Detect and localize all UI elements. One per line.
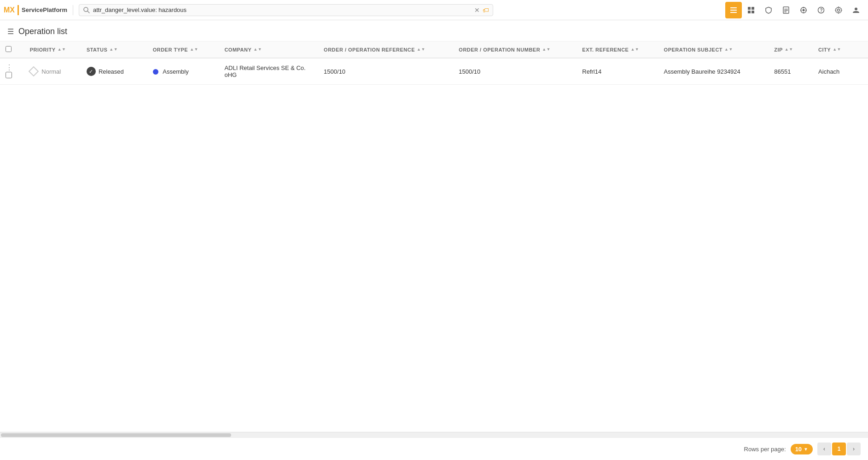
table-header-row: PRIORITY ▲▼ STATUS ▲▼ ORDER TYPE ▲ <box>0 41 868 58</box>
row-op-subject-cell: Assembly Baureihe 9234924 <box>658 58 769 85</box>
svg-rect-3 <box>730 10 737 11</box>
col-header-checkbox <box>0 41 24 58</box>
rows-per-page-value: 10 <box>795 446 802 453</box>
row-company-cell: ADLI Retail Services SE & Co. oHG <box>219 58 318 85</box>
svg-point-14 <box>803 9 805 11</box>
row-order-type-cell: Assembly <box>147 58 219 85</box>
priority-value: Normal <box>41 68 61 75</box>
table-body: ⋮ Normal ✓ Released Assembly ADLI Retail… <box>0 58 868 85</box>
rows-per-page-selector[interactable]: 10 ▼ <box>791 444 813 454</box>
op-subject-value: Assembly Baureihe 9234924 <box>664 68 740 75</box>
op-ref-value: 1500/10 <box>324 68 345 75</box>
operation-list-table: PRIORITY ▲▼ STATUS ▲▼ ORDER TYPE ▲ <box>0 41 868 85</box>
op-subject-sort-icon[interactable]: ▲▼ <box>724 48 733 51</box>
col-header-op-num[interactable]: ORDER / OPERATION NUMBER ▲▼ <box>453 41 577 58</box>
col-header-city[interactable]: CITY ▲▼ <box>813 41 868 58</box>
row-city-cell: Aichach <box>813 58 868 85</box>
svg-line-1 <box>87 11 89 13</box>
col-header-company[interactable]: COMPANY ▲▼ <box>219 41 318 58</box>
order-type-value: Assembly <box>163 68 188 75</box>
status-badge: ✓ Released <box>87 67 124 76</box>
col-header-op-ref[interactable]: ORDER / OPERATION REFERENCE ▲▼ <box>318 41 453 58</box>
city-sort-icon[interactable]: ▲▼ <box>833 48 841 51</box>
op-ref-sort-icon[interactable]: ▲▼ <box>417 48 425 51</box>
table-row: ⋮ Normal ✓ Released Assembly ADLI Retail… <box>0 58 868 85</box>
svg-rect-2 <box>730 7 737 8</box>
zip-value: 86551 <box>774 68 791 75</box>
select-all-checkbox[interactable] <box>6 46 12 52</box>
row-zip-cell: 86551 <box>769 58 813 85</box>
zip-sort-icon[interactable]: ▲▼ <box>785 48 793 51</box>
company-sort-icon[interactable]: ▲▼ <box>253 48 262 51</box>
horizontal-scrollbar[interactable] <box>0 432 868 437</box>
svg-rect-11 <box>784 10 788 11</box>
status-value: Released <box>99 68 124 75</box>
ext-ref-sort-icon[interactable]: ▲▼ <box>630 48 639 51</box>
svg-rect-7 <box>748 11 751 13</box>
status-check-icon: ✓ <box>87 67 96 76</box>
row-context-menu-icon[interactable]: ⋮ <box>6 64 15 71</box>
status-sort-icon[interactable]: ▲▼ <box>109 48 118 51</box>
next-page-button[interactable]: › <box>847 443 861 455</box>
shield-button[interactable] <box>760 2 777 18</box>
document-button[interactable] <box>778 2 794 18</box>
col-header-order-type[interactable]: ORDER TYPE ▲▼ <box>147 41 219 58</box>
order-type-dot-icon <box>153 69 158 75</box>
col-header-zip[interactable]: ZIP ▲▼ <box>769 41 813 58</box>
rows-dropdown-arrow[interactable]: ▼ <box>804 447 808 452</box>
page-title: Operation list <box>18 27 67 36</box>
logo-text: ServicePlatform <box>22 6 67 13</box>
row-select-checkbox[interactable] <box>6 72 12 78</box>
op-num-sort-icon[interactable]: ▲▼ <box>542 48 551 51</box>
prev-page-button[interactable]: ‹ <box>817 443 831 455</box>
topbar-actions: ? <box>725 2 864 18</box>
search-clear-button[interactable]: ✕ <box>474 7 480 13</box>
logo-separator <box>17 5 19 15</box>
company-value: ADLI Retail Services SE & Co. oHG <box>224 64 305 78</box>
row-ext-ref-cell: Refrl14 <box>577 58 658 85</box>
grid-view-button[interactable] <box>743 2 759 18</box>
logo: MX ServicePlatform <box>4 5 73 15</box>
order-type-sort-icon[interactable]: ▲▼ <box>190 48 198 51</box>
ext-ref-value: Refrl14 <box>582 68 601 75</box>
user-button[interactable] <box>848 2 864 18</box>
search-bar: ✕ 🏷 <box>79 4 493 16</box>
logo-mx: MX <box>4 6 15 14</box>
row-op-ref-cell: 1500/10 <box>318 58 453 85</box>
table-container: PRIORITY ▲▼ STATUS ▲▼ ORDER TYPE ▲ <box>0 41 868 432</box>
footer: Rows per page: 10 ▼ ‹ 1 › <box>0 437 868 460</box>
svg-rect-5 <box>748 7 751 10</box>
col-header-op-subject[interactable]: OPERATION SUBJECT ▲▼ <box>658 41 769 58</box>
row-status-cell: ✓ Released <box>81 58 147 85</box>
current-page-button[interactable]: 1 <box>832 443 846 455</box>
row-priority-cell: Normal <box>24 58 81 85</box>
list-view-button[interactable] <box>725 2 742 18</box>
priority-diamond-icon <box>28 66 39 77</box>
svg-rect-8 <box>751 11 754 13</box>
settings-button[interactable] <box>830 2 847 18</box>
svg-rect-6 <box>751 7 754 10</box>
svg-rect-4 <box>730 12 737 13</box>
col-header-priority[interactable]: PRIORITY ▲▼ <box>24 41 81 58</box>
op-num-value: 1500/10 <box>459 68 480 75</box>
svg-point-21 <box>838 9 840 11</box>
row-menu-checkbox-cell: ⋮ <box>0 58 24 85</box>
scrollbar-thumb[interactable] <box>1 433 231 437</box>
hamburger-menu-icon[interactable]: ☰ <box>7 27 14 36</box>
rows-per-page-label: Rows per page: <box>744 446 786 453</box>
city-value: Aichach <box>818 68 839 75</box>
svg-text:?: ? <box>820 8 823 13</box>
help-button[interactable]: ? <box>813 2 829 18</box>
svg-rect-10 <box>784 9 788 10</box>
search-bookmark-button[interactable]: 🏷 <box>483 7 489 13</box>
svg-point-22 <box>855 7 857 10</box>
col-header-status[interactable]: STATUS ▲▼ <box>81 41 147 58</box>
main-content: ☰ Operation list PRIORITY ▲▼ <box>0 20 868 460</box>
row-op-num-cell: 1500/10 <box>453 58 577 85</box>
col-header-ext-ref[interactable]: EXT. REFERENCE ▲▼ <box>577 41 658 58</box>
target-button[interactable] <box>795 2 812 18</box>
page-header: ☰ Operation list <box>0 20 868 41</box>
priority-sort-icon[interactable]: ▲▼ <box>58 48 66 51</box>
search-icon <box>83 6 90 14</box>
search-input[interactable] <box>93 6 472 13</box>
